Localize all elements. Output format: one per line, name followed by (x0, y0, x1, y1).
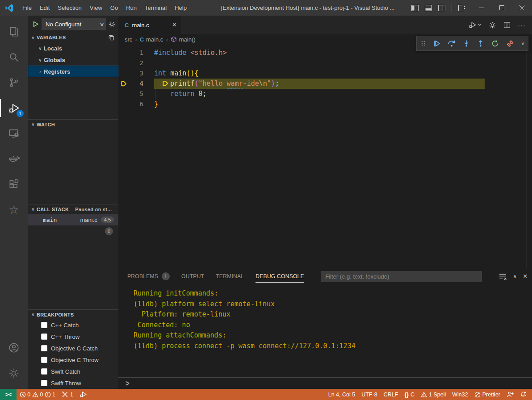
toolbar-drag-grip[interactable] (420, 40, 426, 47)
glyph-margin[interactable] (118, 99, 129, 109)
breadcrumb-symbol[interactable]: main() (171, 36, 196, 43)
breakpoint-row[interactable]: Objective C Throw (28, 354, 118, 366)
eol-indicator[interactable]: CRLF (381, 389, 402, 400)
menu-file[interactable]: File (18, 0, 36, 16)
feedback-button[interactable] (503, 389, 517, 400)
toggle-panel-icon[interactable] (425, 5, 432, 11)
console-output-line[interactable]: (lldb) platform select remote-linux (134, 299, 532, 310)
maximize-panel-icon[interactable]: ∧ (513, 273, 517, 279)
tab-problems[interactable]: PROBLEMS 1 (127, 268, 170, 285)
glyph-margin[interactable] (118, 68, 129, 79)
toolbar-chevron-down-icon[interactable]: ∨ (521, 41, 524, 46)
menu-go[interactable]: Go (106, 0, 122, 16)
maximize-button[interactable] (492, 0, 512, 16)
breakpoint-checkbox[interactable] (41, 357, 47, 363)
spell-checker-status[interactable]: 1 Spell (418, 389, 449, 400)
menu-run[interactable]: Run (122, 0, 141, 16)
debug-status[interactable] (76, 389, 90, 400)
step-out-button[interactable] (477, 40, 484, 47)
step-into-button[interactable] (463, 40, 470, 47)
console-output-line[interactable]: Running initCommands: (134, 288, 532, 299)
menu-selection[interactable]: Selection (54, 0, 85, 16)
variables-locals[interactable]: ∨ Locals (28, 42, 118, 54)
breadcrumb-file[interactable]: C main.c (140, 36, 163, 43)
activity-explorer[interactable] (0, 20, 28, 43)
platform-indicator[interactable]: Win32 (449, 389, 471, 400)
menu-edit[interactable]: Edit (36, 0, 54, 16)
settings-button[interactable] (0, 362, 28, 385)
breakpoint-checkbox[interactable] (41, 345, 47, 351)
breakpoint-row[interactable]: Swift Catch (28, 366, 118, 377)
console-output-line[interactable]: (lldb) process connect -p wasm connect:/… (134, 341, 532, 352)
debug-settings-gear-icon[interactable] (108, 21, 116, 28)
toggle-secondary-sidebar-icon[interactable] (438, 5, 445, 11)
restart-button[interactable] (491, 40, 499, 47)
activity-run-debug[interactable]: 1 (0, 96, 28, 120)
breakpoint-checkbox[interactable] (41, 322, 47, 328)
tab-main-c[interactable]: C main.c × (118, 16, 181, 34)
variables-registers[interactable]: › Registers (28, 66, 118, 77)
console-output-line[interactable]: Connected: no (134, 320, 532, 331)
breakpoint-checkbox[interactable] (41, 380, 47, 386)
watch-section-header[interactable]: ∨ WATCH (28, 119, 118, 129)
debug-console-input-row[interactable]: > (118, 377, 532, 389)
code-line[interactable]: 4 printf("hello wamr-ide\n"); (118, 79, 532, 89)
toggle-sidebar-icon[interactable] (411, 5, 419, 11)
accounts-button[interactable] (0, 336, 28, 359)
minimize-button[interactable] (472, 0, 492, 16)
close-panel-icon[interactable]: × (523, 272, 528, 281)
tools-status[interactable]: 1 (59, 389, 76, 400)
breakpoint-row[interactable]: C++ Catch (28, 319, 118, 331)
code-line[interactable]: 2 (118, 58, 532, 68)
activity-docker[interactable] (0, 147, 28, 171)
console-filter-input[interactable] (321, 271, 482, 282)
close-button[interactable] (512, 0, 532, 16)
breakpoint-row[interactable]: Objective C Catch (28, 342, 118, 354)
callstack-section-header[interactable]: ∨ CALL STACK Paused on st... (28, 204, 118, 214)
breakpoints-section-header[interactable]: ∨ BREAKPOINTS (28, 309, 118, 319)
split-editor-icon[interactable] (503, 21, 511, 29)
encoding-indicator[interactable]: UTF-8 (358, 389, 380, 400)
more-actions-icon[interactable]: ··· (518, 21, 526, 29)
breakpoint-row[interactable]: C++ Throw (28, 331, 118, 342)
tab-output[interactable]: OUTPUT (181, 268, 204, 285)
variables-section-header[interactable]: ∨ VARIABLES (28, 33, 118, 42)
continue-button[interactable] (433, 40, 440, 47)
notifications-button[interactable] (517, 389, 532, 400)
formatter-status[interactable]: Prettier (471, 389, 503, 400)
debug-config-dropdown[interactable]: No Configurat ∨ (42, 18, 106, 30)
breakpoint-row[interactable]: Swift Throw (28, 377, 118, 389)
glyph-margin[interactable] (118, 89, 129, 99)
code-line[interactable]: 3int main(){ (118, 68, 532, 79)
breakpoint-checkbox[interactable] (41, 368, 47, 375)
language-mode[interactable]: {} C (401, 389, 418, 400)
menu-view[interactable]: View (86, 0, 106, 16)
console-output-line[interactable]: Platform: remote-linux (134, 309, 532, 320)
editor-settings-gear-icon[interactable] (489, 21, 496, 29)
remote-indicator[interactable]: >< (0, 389, 17, 400)
glyph-margin[interactable] (118, 48, 129, 58)
glyph-margin[interactable] (118, 58, 129, 68)
tab-close-icon[interactable]: × (172, 21, 176, 29)
activity-source-control[interactable] (0, 71, 28, 94)
console-output-line[interactable]: Running attachCommands: (134, 330, 532, 341)
debug-console-output[interactable]: Running initCommands:(lldb) platform sel… (118, 285, 532, 377)
copy-icon[interactable] (108, 34, 115, 41)
breadcrumb-folder[interactable]: src (125, 36, 132, 43)
step-over-button[interactable] (448, 40, 456, 47)
variables-globals[interactable]: ∨ Globals (28, 54, 118, 66)
code-line[interactable]: 5 return 0; (118, 89, 532, 99)
activity-extensions[interactable] (0, 173, 28, 196)
disconnect-button[interactable] (506, 40, 514, 47)
problems-status[interactable]: 0 0 1 (17, 389, 59, 400)
current-statement-glyph-icon[interactable] (118, 79, 129, 89)
breakpoint-checkbox[interactable] (41, 333, 47, 340)
callstack-frame-row[interactable]: main main.c 4:5 (28, 214, 118, 225)
run-or-debug-button[interactable] (469, 21, 482, 29)
activity-remote-explorer[interactable] (0, 122, 28, 145)
cursor-position[interactable]: Ln 4, Col 5 (325, 389, 358, 400)
tab-debug-console[interactable]: DEBUG CONSOLE (256, 268, 304, 285)
code-editor[interactable]: 1#include <stdio.h>23int main(){4 printf… (118, 44, 532, 268)
clear-console-icon[interactable] (499, 273, 507, 280)
menu-terminal[interactable]: Terminal (141, 0, 171, 16)
